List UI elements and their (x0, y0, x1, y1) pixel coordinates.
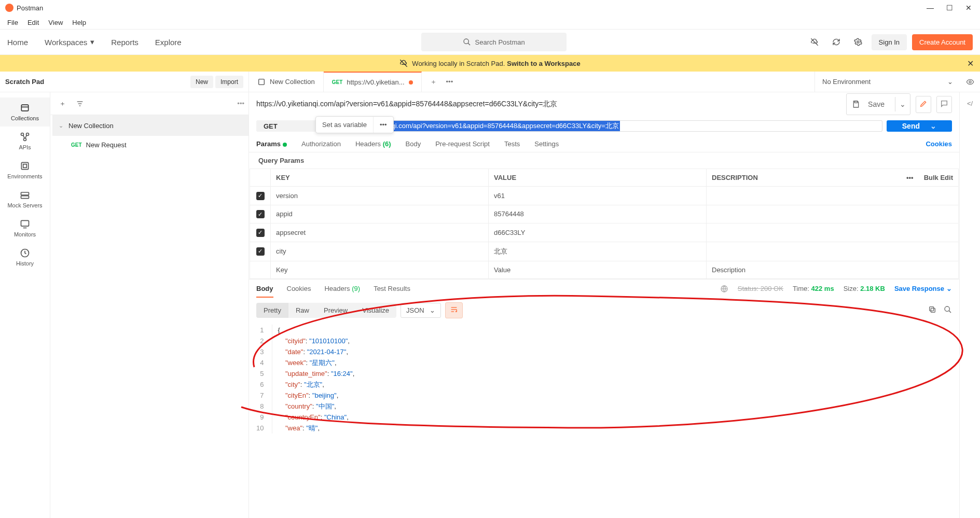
import-button[interactable]: Import (215, 76, 243, 88)
view-preview[interactable]: Preview (316, 303, 355, 318)
chevron-down-icon: ⌄ (946, 285, 952, 292)
resp-tab-tests[interactable]: Test Results (374, 285, 410, 292)
resp-tab-headers[interactable]: Headers (9) (324, 285, 360, 292)
param-desc[interactable] (707, 242, 959, 261)
checkbox-icon[interactable]: ✓ (256, 210, 265, 218)
menu-view[interactable]: View (44, 18, 67, 27)
rail-mock-servers[interactable]: Mock Servers (0, 185, 50, 214)
tab-options-icon[interactable]: ••• (446, 78, 453, 86)
menu-edit[interactable]: Edit (23, 18, 43, 27)
svg-rect-16 (21, 192, 29, 195)
svg-line-12 (23, 135, 25, 138)
param-key[interactable]: appid (271, 205, 489, 223)
cloud-off-icon[interactable] (806, 34, 823, 50)
search-input[interactable]: Search Postman (421, 33, 567, 51)
params-indicator-icon (283, 143, 287, 147)
cookies-link[interactable]: Cookies (926, 140, 952, 148)
save-response-button[interactable]: Save Response ⌄ (894, 285, 952, 292)
tab-settings[interactable]: Settings (534, 140, 559, 148)
new-tab-button[interactable]: ＋ (430, 77, 437, 87)
bulk-edit-button[interactable]: Bulk Edit (924, 174, 953, 181)
create-account-button[interactable]: Create Account (912, 34, 973, 50)
window-close-icon[interactable]: ✕ (965, 4, 972, 12)
tab-tests[interactable]: Tests (504, 140, 520, 148)
view-pretty[interactable]: Pretty (256, 303, 288, 318)
param-desc[interactable] (707, 205, 959, 223)
nav-reports[interactable]: Reports (111, 38, 139, 47)
param-desc[interactable] (707, 187, 959, 205)
sidebar-filter-icon[interactable] (72, 96, 88, 111)
param-key[interactable]: version (271, 187, 489, 205)
param-value[interactable]: d66C33LY (489, 223, 707, 242)
copy-icon[interactable] (928, 305, 936, 315)
switch-workspace-link[interactable]: Switch to a Workspace (507, 60, 580, 67)
tab-params[interactable]: Params (256, 140, 287, 148)
code-snippet-icon[interactable]: </ (967, 100, 973, 107)
sidebar-request[interactable]: GET New Request (50, 136, 249, 153)
tab-request[interactable]: GET https://v0.yiketian... (324, 72, 422, 92)
sync-icon[interactable] (828, 34, 845, 50)
globe-icon[interactable] (720, 285, 728, 293)
search-response-icon[interactable] (944, 305, 952, 315)
param-value[interactable]: v61 (489, 187, 707, 205)
response-body[interactable]: 12345678910 { "cityid": "101010100", "da… (249, 323, 959, 436)
tab-body[interactable]: Body (406, 140, 421, 148)
rail-monitors[interactable]: Monitors (0, 214, 50, 243)
sidebar-add-button[interactable]: ＋ (54, 96, 70, 111)
param-value[interactable]: 北京 (489, 242, 707, 261)
sidebar-collection[interactable]: ⌄ New Collection (52, 115, 249, 136)
table-row[interactable]: ✓ appsecret d66C33LY (250, 223, 959, 242)
settings-icon[interactable] (850, 34, 866, 50)
rail-history[interactable]: History (0, 243, 50, 272)
param-desc[interactable] (707, 223, 959, 242)
table-row[interactable]: ✓ version v61 (250, 187, 959, 205)
rail-collections[interactable]: Collections (0, 97, 50, 127)
tab-authorization[interactable]: Authorization (301, 140, 341, 148)
environment-selector[interactable]: No Environment ⌄ (815, 72, 960, 92)
view-visualize[interactable]: Visualize (355, 303, 396, 318)
format-selector[interactable]: JSON ⌄ (401, 303, 441, 318)
rail-environments[interactable]: Environments (0, 156, 50, 185)
resp-tab-body[interactable]: Body (256, 285, 273, 292)
resp-tab-cookies[interactable]: Cookies (287, 285, 311, 292)
nav-explore[interactable]: Explore (155, 38, 182, 47)
menu-help[interactable]: Help (68, 18, 90, 27)
sidebar-options-icon[interactable]: ••• (237, 100, 244, 107)
save-button[interactable]: Save ⌄ (846, 93, 910, 115)
sign-in-button[interactable]: Sign In (872, 34, 907, 50)
tab-prerequest[interactable]: Pre-request Script (435, 140, 490, 148)
param-value[interactable]: 85764448 (489, 205, 707, 223)
nav-workspaces[interactable]: Workspaces▾ (45, 37, 94, 47)
table-row-placeholder[interactable]: KeyValueDescription (250, 261, 959, 278)
window-maximize-icon[interactable]: ☐ (946, 4, 953, 12)
edit-icon[interactable] (916, 96, 931, 113)
column-options-icon[interactable]: ••• (906, 174, 914, 181)
left-rail: Collections APIs Environments Mock Serve… (0, 92, 50, 518)
popup-options-icon[interactable]: ••• (373, 117, 393, 133)
rail-apis[interactable]: APIs (0, 127, 50, 156)
svg-rect-30 (931, 308, 935, 312)
tab-collection[interactable]: New Collection (249, 72, 324, 92)
checkbox-icon[interactable]: ✓ (256, 247, 265, 256)
param-key[interactable]: city (271, 242, 489, 261)
comment-icon[interactable] (936, 96, 952, 113)
svg-rect-24 (854, 101, 857, 103)
tab-headers[interactable]: Headers (6) (355, 140, 391, 148)
menu-file[interactable]: File (3, 18, 22, 27)
env-quicklook-icon[interactable] (960, 72, 980, 92)
view-raw[interactable]: Raw (288, 303, 316, 318)
set-as-variable-button[interactable]: Set as variable (316, 117, 373, 133)
url-input[interactable]: https://v0.yiketianqi.com/api?version=v6… (333, 120, 882, 132)
wrap-lines-icon[interactable] (445, 302, 463, 318)
new-button[interactable]: New (190, 76, 213, 88)
nav-home[interactable]: Home (7, 38, 28, 47)
table-row[interactable]: ✓ appid 85764448 (250, 205, 959, 223)
checkbox-icon[interactable]: ✓ (256, 192, 265, 200)
send-button[interactable]: Send ⌄ (887, 120, 952, 132)
chevron-down-icon[interactable]: ⌄ (895, 97, 910, 111)
table-row[interactable]: ✓ city 北京 (250, 242, 959, 261)
param-key[interactable]: appsecret (271, 223, 489, 242)
window-minimize-icon[interactable]: — (927, 4, 934, 12)
banner-close-icon[interactable]: ✕ (967, 59, 974, 68)
checkbox-icon[interactable]: ✓ (256, 229, 265, 237)
